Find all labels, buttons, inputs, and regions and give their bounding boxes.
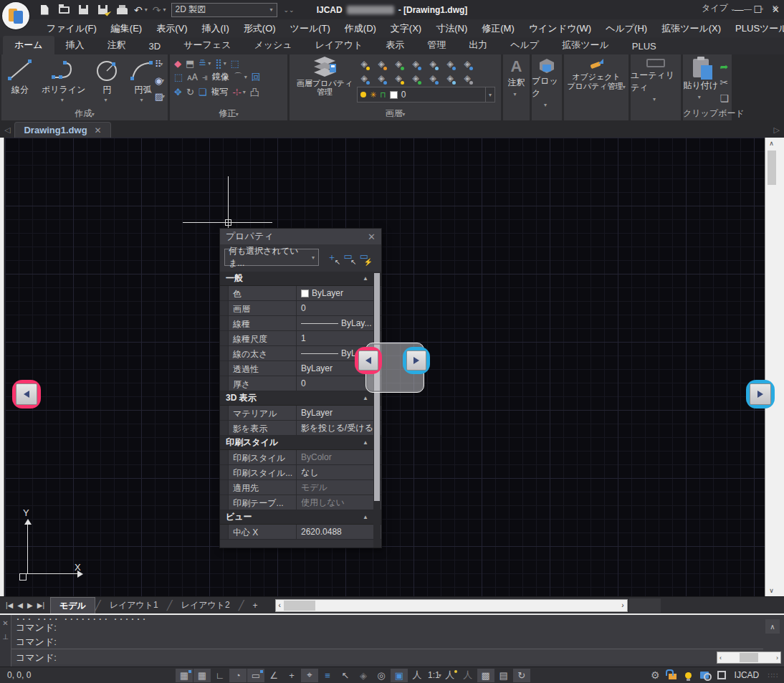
erase-icon[interactable]: ◆ <box>174 59 181 68</box>
type-button[interactable]: タイプ ⌄ <box>702 2 735 14</box>
array-dropdown-icon[interactable]: ▾ <box>224 60 226 67</box>
redo-dropdown-icon[interactable]: ▾ <box>163 6 166 13</box>
scroll-up-icon[interactable]: ∧ <box>769 138 774 149</box>
command-pin-icon[interactable]: ⊥ <box>2 633 9 641</box>
copy-clip-icon[interactable]: ❏ <box>720 93 729 103</box>
snap-tracking-icon[interactable]: + <box>283 669 300 682</box>
command-close-icon[interactable]: ✕ <box>2 619 8 627</box>
hatch-tool-icon[interactable]: ▨ ▾ <box>155 91 165 102</box>
doc-tabs-scroll-right-icon[interactable]: ▷ <box>770 125 784 138</box>
edge-left-arrow-button[interactable] <box>16 383 37 405</box>
palette-section-3[interactable]: ビュー▲ <box>220 510 381 525</box>
quick-properties-icon[interactable]: ▤ <box>495 669 512 682</box>
paste-button[interactable]: 貼り付け ▾ <box>683 54 718 108</box>
property-value[interactable]: ByColor <box>297 450 381 464</box>
command-input-line[interactable]: コマンド: <box>11 649 763 664</box>
layout-tab-レイアウト1[interactable]: レイアウト1 <box>101 597 167 613</box>
menu-item-9[interactable]: 修正(M) <box>474 20 522 37</box>
command-horizontal-scrollbar[interactable]: ‹ › <box>717 651 781 664</box>
bulb-icon[interactable] <box>685 672 692 679</box>
transparency-icon[interactable]: ▩ <box>477 669 494 682</box>
palette-section-0[interactable]: 一般▲ <box>220 272 381 286</box>
layout-nav-icon-3[interactable]: ▶| <box>37 601 44 609</box>
scroll-left-icon[interactable]: ‹ <box>276 601 284 609</box>
layer-tool-icon-7[interactable]: ◈ <box>360 73 367 83</box>
lineweight-icon[interactable]: ≡ <box>319 669 336 682</box>
quick-select-icon[interactable]: ▭⚡ <box>360 251 368 264</box>
menu-item-12[interactable]: 拡張ツール(X) <box>654 20 728 37</box>
layer-tool-icon-6[interactable]: ◈ <box>464 59 470 69</box>
layer-tool-icon-11[interactable]: ◈ <box>429 73 436 83</box>
annotation-scale-icon[interactable]: 人 <box>408 669 426 682</box>
menu-item-6[interactable]: 作成(D) <box>338 20 383 37</box>
layer-tool-icon-12[interactable]: ◈ <box>446 73 453 83</box>
property-value[interactable]: なし <box>297 465 381 479</box>
properties-palette-close-icon[interactable]: ✕ <box>368 231 376 242</box>
document-tab-close-icon[interactable]: ✕ <box>95 125 102 135</box>
align-dropdown-icon[interactable]: ▾ <box>208 60 211 67</box>
edge-right-arrow-button[interactable] <box>750 383 771 405</box>
layout-tab-モデル[interactable]: モデル <box>50 597 95 614</box>
align-icon[interactable]: ≞ <box>199 59 206 68</box>
scroll-right-icon[interactable]: › <box>618 601 626 609</box>
ribbon-tab-PLUS[interactable]: PLUS <box>621 38 668 54</box>
cut-scissors-icon[interactable]: ✂ <box>720 77 729 87</box>
arc-button-dropdown-icon[interactable]: ▾ <box>140 97 143 103</box>
layer-properties-manager-button[interactable]: 画層プロパティ 管理 <box>294 57 355 102</box>
annotation-button[interactable]: A 注釈 ▾ <box>503 54 530 108</box>
document-tab-drawing1[interactable]: Drawing1.dwg ✕ <box>14 122 110 138</box>
property-value[interactable]: ByLay... <box>297 316 381 330</box>
layer-tool-icon-1[interactable]: ◈ <box>378 59 384 69</box>
layer-combo[interactable]: ✳ ⊓ 0 ▾ <box>357 87 495 102</box>
mirror-icon[interactable]: ⫣ <box>202 72 208 82</box>
ribbon-tab-ホーム[interactable]: ホーム <box>3 36 54 54</box>
snap-mode-icon[interactable]: ▦ <box>176 669 193 682</box>
property-value[interactable]: 影を投じる/受ける <box>297 421 381 435</box>
drawing-canvas[interactable]: ∧ ∨ Y X プロパティ ✕ 何も選択されていま... ▾ <box>0 138 784 596</box>
layer-tool-icon-8[interactable]: ◈ <box>378 73 384 83</box>
mirror-label[interactable]: 鏡像 <box>212 71 229 83</box>
property-value[interactable]: 2620.0488 <box>297 525 381 539</box>
menu-item-1[interactable]: 編集(E) <box>104 20 149 37</box>
polar-tracking-icon[interactable]: ◔ <box>229 669 247 682</box>
break-icon[interactable]: -⁞- <box>232 87 241 97</box>
isolate-objects-icon[interactable] <box>700 672 709 679</box>
ribbon-tab-表示[interactable]: 表示 <box>374 36 416 54</box>
palette-section-2[interactable]: 印刷スタイル▲ <box>220 436 381 450</box>
workspace-selector[interactable]: 2D 製図 ▾ <box>171 3 277 17</box>
property-value[interactable]: ByLayer <box>297 406 381 420</box>
ribbon-tab-サーフェス[interactable]: サーフェス <box>172 36 242 54</box>
application-menu-button[interactable] <box>2 2 29 29</box>
offset-icon[interactable]: 回 <box>252 72 261 82</box>
edit-icon[interactable]: 🗚 <box>187 72 198 82</box>
dock-left-arrow-button[interactable] <box>358 350 378 371</box>
line-button[interactable]: 線分 <box>6 57 34 108</box>
ribbon-tab-レイアウト[interactable]: レイアウト <box>304 36 375 54</box>
plot-icon[interactable] <box>115 3 129 17</box>
redo-icon[interactable]: ↷ <box>153 5 161 15</box>
property-value[interactable]: モデル <box>297 480 381 495</box>
block-button[interactable]: ブロック ▾ <box>532 54 562 108</box>
ribbon-tab-注釈[interactable]: 注釈 <box>96 36 138 54</box>
copy-label[interactable]: 複写 <box>211 86 228 98</box>
model-paper-toggle-icon[interactable]: ▣ <box>391 669 408 682</box>
rotate-icon[interactable]: ↻ <box>186 87 194 97</box>
ribbon-tab-管理[interactable]: 管理 <box>416 36 457 54</box>
selection-cycling-icon[interactable]: ↖ <box>337 669 354 682</box>
point-tool-icon[interactable]: ⠿ ▾ <box>155 59 165 70</box>
polyline-edit-icon[interactable]: 凸 <box>250 87 259 97</box>
copy-icon[interactable]: ❏ <box>199 87 207 97</box>
select-objects-icon[interactable]: ▭↖ <box>343 251 352 264</box>
annotation-visibility-icon[interactable]: 人 <box>441 669 459 682</box>
unlock-icon[interactable] <box>669 674 677 679</box>
palette-scrollbar[interactable] <box>373 273 381 548</box>
save-icon[interactable] <box>76 3 90 17</box>
command-scroll-up-button[interactable]: ∧ <box>765 619 780 634</box>
layer-tool-icon-2[interactable]: ◈ <box>395 59 401 69</box>
new-file-icon[interactable] <box>37 3 52 17</box>
doc-tabs-scroll-left-icon[interactable]: ◁ <box>0 125 14 138</box>
circle-button[interactable]: 円▾ <box>92 57 121 108</box>
ortho-mode-icon[interactable]: ∟ <box>211 669 229 682</box>
vertical-scroll-thumb[interactable] <box>768 151 776 185</box>
save-as-icon[interactable] <box>95 3 110 17</box>
